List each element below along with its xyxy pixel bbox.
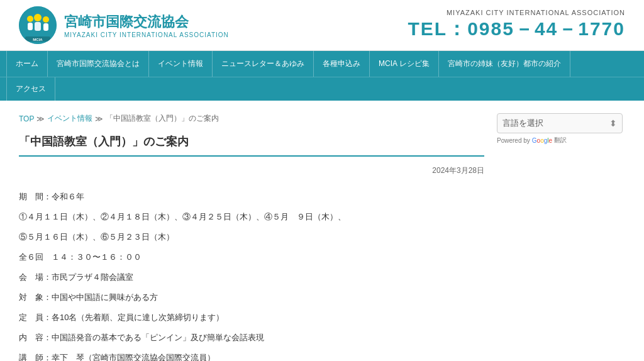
svg-text:MCIA: MCIA [33,38,43,42]
translate-label: 翻訳 [554,136,567,145]
logo-text: 宮崎市国際交流協会 MIYAZAKI CITY INTERNATIONAL AS… [64,13,229,38]
sidebar: 言語を選択 ⬍ Powered by Google 翻訳 [497,113,623,361]
breadcrumb-sep2: ≫ [95,114,103,123]
nav-item-events[interactable]: イベント情報 [149,51,213,77]
svg-rect-6 [43,23,48,31]
article-body: 期 間：令和６年 ①４月１１日（木）、②４月１８日（木）、③４月２５日（木）、④… [19,189,484,361]
powered-by-label: Powered by [497,137,530,144]
nav-item-apply[interactable]: 各種申込み [314,51,370,77]
lang-select-label: 言語を選択 [502,118,543,129]
breadcrumb: TOP ≫ イベント情報 ≫ 「中国語教室（入門）」のご案内 [19,113,484,124]
article-p4: 全６回 １４：３０〜１６：００ [19,249,484,265]
nav-item-newsletter[interactable]: ニュースレター＆あゆみ [213,51,314,77]
nav-item-recipe[interactable]: MCIA レシピ集 [370,51,439,77]
article-p3: ⑤５月１６日（木）、⑥５月２３日（木） [19,229,484,245]
content-wrapper: TOP ≫ イベント情報 ≫ 「中国語教室（入門）」のご案内 「中国語教室（入門… [0,101,644,361]
main-nav: ホーム 宮崎市国際交流協会とは イベント情報 ニュースレター＆あゆみ 各種申込み… [0,51,644,101]
svg-point-5 [43,16,49,23]
svg-rect-2 [28,23,33,30]
breadcrumb-current: 「中国語教室（入門）」のご案内 [106,113,219,124]
article-p2: ①４月１１日（木）、②４月１８日（木）、③４月２５日（木）、④５月 ９日（木）、 [19,209,484,225]
header-contact: MIYAZAKI CITY INTERNATIONAL ASSOCIATION … [408,9,625,42]
language-selector[interactable]: 言語を選択 ⬍ [497,113,623,133]
main-content: TOP ≫ イベント情報 ≫ 「中国語教室（入門）」のご案内 「中国語教室（入門… [19,113,484,361]
svg-point-1 [27,16,33,22]
breadcrumb-sep1: ≫ [36,114,45,123]
lang-select-arrow-icon: ⬍ [609,118,617,128]
article-title: 「中国語教室（入門）」のご案内 [19,134,484,157]
nav-row-1: ホーム 宮崎市国際交流協会とは イベント情報 ニュースレター＆あゆみ 各種申込み… [0,51,644,77]
logo-icon: MCIA [19,6,57,44]
article-p1: 期 間：令和６年 [19,189,484,205]
google-translate-credit: Powered by Google 翻訳 [497,136,623,145]
org-name: MIYAZAKI CITY INTERNATIONAL ASSOCIATION [408,9,625,16]
logo-block: MCIA 宮崎市国際交流協会 MIYAZAKI CITY INTERNATION… [19,6,229,44]
tel-number: TEL：0985－44－1770 [408,16,625,42]
logo-en-subtitle: MIYAZAKI CITY INTERNATIONAL ASSOCIATION [64,31,229,38]
article-date: 2024年3月28日 [19,165,484,176]
google-logo-icon: Google [532,137,552,144]
breadcrumb-events[interactable]: イベント情報 [47,113,92,124]
nav-item-sister-cities[interactable]: 宮崎市の姉妹（友好）都市の紹介 [439,51,570,77]
article-p6: 対 象：中国や中国語に興味がある方 [19,289,484,306]
article-p5: 会 場：市民プラザ４階会議室 [19,269,484,286]
page-header: MCIA 宮崎市国際交流協会 MIYAZAKI CITY INTERNATION… [0,0,644,51]
nav-item-about[interactable]: 宮崎市国際交流協会とは [48,51,149,77]
article-p8: 内 容：中国語発音の基本である「ピンイン」及び簡単な会話表現 [19,330,484,346]
article-p7: 定 員：各10名（先着順、定員に達し次第締切ります） [19,309,484,326]
nav-item-home[interactable]: ホーム [6,51,48,77]
article-p9: 講 師：幸下 琴（宮崎市国際交流協会国際交流員） [19,350,484,361]
nav-row-2: アクセス [0,77,644,101]
svg-rect-4 [35,22,41,31]
logo-jp-title: 宮崎市国際交流協会 [64,13,229,31]
breadcrumb-top[interactable]: TOP [19,114,34,123]
svg-point-3 [34,14,42,21]
nav-item-access[interactable]: アクセス [6,77,55,101]
